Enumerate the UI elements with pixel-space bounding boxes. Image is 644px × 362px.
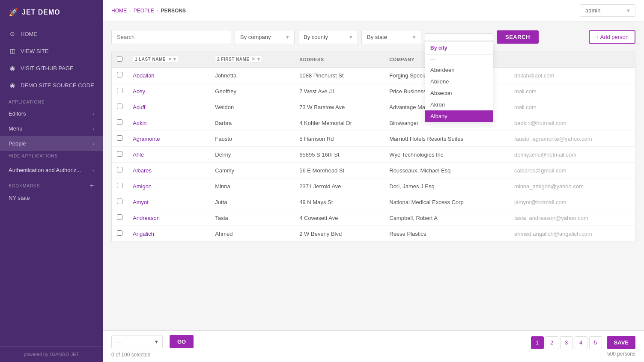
col-first-name: 2 FIRST NAME ✕ ▾ <box>210 51 294 68</box>
cell-company-10: Reese Plastics <box>384 226 509 242</box>
cell-last-name-7[interactable]: Amigon <box>128 178 210 194</box>
by-county-label: By county <box>304 34 328 40</box>
cell-last-name-2[interactable]: Acuff <box>128 99 210 115</box>
persons-table: 1 LAST NAME ✕ ▾ 2 FIRST NAME ✕ ▾ <box>111 51 635 242</box>
search-button[interactable]: SEARCH <box>497 30 539 44</box>
sidebar-item-people[interactable]: People › <box>0 136 103 151</box>
row-checkbox-2[interactable] <box>117 104 122 109</box>
cell-first-name-7: Minna <box>210 178 294 194</box>
sort-badge-lastname[interactable]: 1 LAST NAME ✕ ▾ <box>133 56 178 63</box>
row-checkbox-4[interactable] <box>117 135 122 141</box>
cell-address-5: 65895 S 16th St <box>294 147 384 163</box>
page-btn-4[interactable]: 4 <box>575 336 587 349</box>
city-item-abilene[interactable]: Abilene <box>425 76 493 87</box>
cell-last-name-1[interactable]: Acey <box>128 83 210 99</box>
bottom-right: 12345 SAVE 500 persons <box>531 336 635 357</box>
cell-last-name-8[interactable]: Amyot <box>128 194 210 210</box>
by-city-filter[interactable] <box>425 33 493 41</box>
row-checkbox-9[interactable] <box>117 214 122 220</box>
sidebar: 🚀 JET DEMO ⊙ HOME ◫ VIEW SITE ◉ VISIT GI… <box>0 0 103 362</box>
sidebar-item-home[interactable]: ⊙ HOME <box>0 25 103 42</box>
sidebar-item-home-label: HOME <box>21 31 37 37</box>
row-checkbox-10[interactable] <box>117 230 122 236</box>
demo-source-icon: ◉ <box>9 82 16 89</box>
sidebar-item-view-site[interactable]: ◫ VIEW SITE <box>0 42 103 59</box>
bulk-action-select[interactable]: — ▾ <box>111 335 163 348</box>
sidebar-item-menu[interactable]: Menu › <box>0 121 103 136</box>
breadcrumb-persons: PERSONS <box>161 8 186 14</box>
city-item-akron[interactable]: Akron <box>425 99 493 110</box>
row-checkbox-6[interactable] <box>117 167 122 172</box>
city-item-aberdeen[interactable]: Aberdeen <box>425 64 493 76</box>
bookmarks-label: BOOKMARKS <box>9 184 40 188</box>
sidebar-item-github-label: VISIT GITHUB PAGE <box>21 65 74 71</box>
admin-chevron-icon: ▾ <box>627 7 630 14</box>
topbar-right: admin ▾ <box>580 4 635 17</box>
cell-last-name-3[interactable]: Adkin <box>128 115 210 131</box>
page-btn-2[interactable]: 2 <box>546 336 558 349</box>
remove-sort-lastname[interactable]: ✕ ▾ <box>168 56 176 62</box>
sidebar-item-demo-source[interactable]: ◉ DEMO SITE SOURCE CODE <box>0 77 103 94</box>
city-item-absecon[interactable]: Absecon <box>425 87 493 99</box>
page-btn-1[interactable]: 1 <box>531 336 544 349</box>
page-btn-3[interactable]: 3 <box>560 336 573 349</box>
cell-last-name-10[interactable]: Angalich <box>128 226 210 242</box>
add-person-button[interactable]: + Add person <box>589 30 635 44</box>
bottom-bar: — ▾ GO 0 of 100 selected 12345 SAVE 500 … <box>103 330 644 362</box>
add-bookmark-icon[interactable]: + <box>90 182 94 190</box>
cell-address-8: 49 N Mays St <box>294 194 384 210</box>
city-item-albany[interactable]: Albany <box>425 110 493 122</box>
search-input[interactable] <box>111 30 231 44</box>
admin-dropdown[interactable]: admin ▾ <box>580 4 635 17</box>
bookmark-ny-state[interactable]: NY state <box>9 192 94 204</box>
auth-label: Authentication and Authoriz... <box>9 167 81 173</box>
github-icon: ◉ <box>9 65 16 71</box>
cell-last-name-5[interactable]: Ahle <box>128 147 210 163</box>
row-checkbox-1[interactable] <box>117 88 122 93</box>
cell-first-name-3: Barbra <box>210 115 294 131</box>
bookmarks-header: BOOKMARKS + <box>9 182 94 190</box>
cell-address-7: 2371 Jerrold Ave <box>294 178 384 194</box>
sidebar-footer: powered by DJANGO JET <box>0 346 103 362</box>
save-button[interactable]: SAVE <box>607 336 635 349</box>
sidebar-item-view-site-label: VIEW SITE <box>21 48 49 54</box>
by-state-chevron-icon: ▾ <box>413 34 416 40</box>
by-company-filter[interactable]: By company ▾ <box>235 30 295 44</box>
admin-label: admin <box>585 7 600 14</box>
row-checkbox-0[interactable] <box>117 72 122 77</box>
bookmark-ny-state-label: NY state <box>9 195 30 201</box>
cell-last-name-6[interactable]: Albares <box>128 163 210 178</box>
select-all-checkbox[interactable] <box>117 56 122 62</box>
cell-email-0: dallah@aol.com <box>509 68 635 83</box>
menu-label: Menu <box>9 125 23 132</box>
hide-applications-btn[interactable]: HIDE APPLICATIONS <box>0 151 103 163</box>
row-checkbox-5[interactable] <box>117 151 122 157</box>
cell-last-name-0[interactable]: Abdallah <box>128 68 210 83</box>
cell-address-10: 2 W Beverly Blvd <box>294 226 384 242</box>
remove-sort-firstname[interactable]: ✕ ▾ <box>251 56 260 62</box>
by-county-chevron-icon: ▾ <box>349 34 352 40</box>
sidebar-item-auth[interactable]: Authentication and Authoriz... › <box>0 163 103 178</box>
by-county-filter[interactable]: By county ▾ <box>298 30 358 44</box>
table-row: Andreason Tasia 4 Cowesett Ave Campbell,… <box>112 210 635 226</box>
sidebar-item-github[interactable]: ◉ VISIT GITHUB PAGE <box>0 59 103 77</box>
cell-first-name-0: Johnetta <box>210 68 294 83</box>
sidebar-item-editors[interactable]: Editors › <box>0 106 103 121</box>
cell-first-name-2: Weldon <box>210 99 294 115</box>
page-btn-5[interactable]: 5 <box>589 336 602 349</box>
go-button[interactable]: GO <box>170 335 194 348</box>
breadcrumb-home[interactable]: HOME <box>111 8 127 14</box>
breadcrumb-people[interactable]: PEOPLE <box>134 8 154 14</box>
row-checkbox-8[interactable] <box>117 199 122 204</box>
sort-badge-firstname[interactable]: 2 FIRST NAME ✕ ▾ <box>215 56 262 63</box>
row-checkbox-3[interactable] <box>117 119 122 125</box>
cell-first-name-9: Tasia <box>210 210 294 226</box>
city-dropdown-list: By city — Aberdeen Abilene Absecon Akron… <box>425 41 493 122</box>
by-state-filter[interactable]: By state ▾ <box>361 30 421 44</box>
by-company-chevron-icon: ▾ <box>286 34 289 40</box>
cell-last-name-9[interactable]: Andreason <box>128 210 210 226</box>
row-checkbox-7[interactable] <box>117 183 122 188</box>
cell-last-name-4[interactable]: Agramonte <box>128 131 210 147</box>
cell-first-name-10: Ahmed <box>210 226 294 242</box>
table-row: Acey Geoffrey 7 West Ave #1 Price Busine… <box>112 83 635 99</box>
